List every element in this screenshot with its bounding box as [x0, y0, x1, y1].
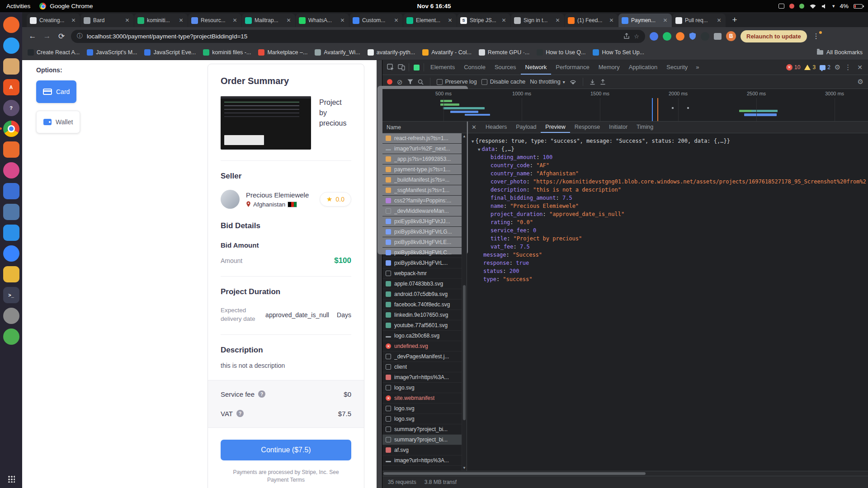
tray-screen-icon[interactable] — [778, 4, 784, 9]
tab-close-icon[interactable]: ✕ — [447, 17, 453, 23]
preview-line[interactable]: country_name: "Afghanistan" — [467, 169, 868, 178]
network-request-row[interactable]: payment-type.js?ts=1... — [382, 164, 467, 175]
browser-tab[interactable]: Custom...✕ — [349, 14, 403, 27]
clock[interactable]: Nov 6 16:45 — [417, 3, 451, 9]
bookmark-item[interactable]: JavaScript's M... — [87, 49, 137, 56]
preview-line[interactable]: description: "this is not a description" — [467, 186, 868, 194]
extension-cube-icon[interactable] — [411, 65, 422, 70]
profile-avatar[interactable]: B — [726, 31, 736, 41]
bookmark-item[interactable]: JavaScript Eve... — [144, 49, 196, 56]
detail-tab-response[interactable]: Response — [570, 122, 604, 133]
preview-line[interactable]: final_bidding_amount: 7.5 — [467, 194, 868, 202]
network-request-row[interactable]: client — [382, 362, 467, 372]
devtools-tab-sources[interactable]: Sources — [490, 60, 521, 75]
network-request-row[interactable]: css2?family=Poppins:... — [382, 196, 467, 206]
preview-line[interactable]: message: "Success" — [467, 251, 868, 259]
throttling-dropdown[interactable]: No throttling▾ — [530, 79, 565, 85]
shield-icon[interactable] — [689, 32, 696, 40]
preview-line[interactable]: type: "success" — [467, 275, 868, 283]
preview-line[interactable]: service_fee: 0 — [467, 226, 868, 235]
network-request-row[interactable]: _app.js?ts=16992853... — [382, 154, 467, 164]
browser-tab[interactable]: Creating...✕ — [27, 14, 80, 27]
reload-button[interactable]: ⟳ — [57, 32, 66, 41]
network-overview-timeline[interactable]: 500 ms1000 ms1500 ms2000 ms2500 ms3000 m… — [382, 89, 868, 122]
network-request-row[interactable]: webpack-hmr — [382, 268, 467, 279]
name-column-header[interactable]: Name — [382, 122, 467, 133]
tab-close-icon[interactable]: ✕ — [178, 17, 184, 23]
bookmark-item[interactable]: Remote GPU ·... — [479, 49, 529, 56]
bookmark-item[interactable]: Avatarify_Wi... — [315, 49, 360, 56]
tab-close-icon[interactable]: ✕ — [231, 17, 238, 23]
activities-button[interactable]: Activities — [6, 3, 30, 9]
network-request-row[interactable]: logo.svg — [382, 404, 467, 414]
detail-tab-payload[interactable]: Payload — [511, 122, 541, 133]
card-payment-button[interactable]: Card — [36, 80, 76, 103]
relaunch-to-update-button[interactable]: Relaunch to update — [741, 30, 807, 42]
bookmark-item[interactable]: avatarify-pyth... — [368, 49, 415, 56]
devtools-close-icon[interactable]: ✕ — [855, 64, 864, 71]
all-bookmarks-button[interactable]: All Bookmarks — [817, 49, 863, 56]
bookmark-item[interactable]: Marketplace –... — [258, 49, 307, 56]
continue-button[interactable]: Continue ($7.5) — [221, 440, 351, 460]
tab-close-icon[interactable]: ✕ — [716, 17, 722, 23]
network-request-row[interactable]: _buildManifest.js?ts=... — [382, 175, 467, 185]
dock-item-terminal[interactable]: >_ — [3, 287, 19, 303]
browser-tab[interactable]: Pull req...✕ — [672, 14, 726, 27]
ext-green-icon[interactable] — [663, 32, 671, 41]
network-horizontal-scrollbar[interactable] — [382, 471, 868, 476]
preview-line[interactable]: ▼data: {,…} — [467, 145, 868, 153]
scroll-up-icon[interactable]: ▲ — [462, 134, 467, 138]
ext-dark-icon[interactable] — [701, 32, 709, 41]
tab-close-icon[interactable]: ✕ — [393, 17, 400, 23]
detail-tab-timing[interactable]: Timing — [632, 122, 658, 133]
device-toolbar-icon[interactable] — [396, 64, 407, 70]
expand-arrow-icon[interactable]: ▼ — [472, 139, 474, 144]
show-applications-button[interactable] — [8, 475, 15, 483]
dock-item-help[interactable]: ? — [3, 100, 19, 116]
tab-close-icon[interactable]: ✕ — [554, 17, 561, 23]
preview-line[interactable]: bidding_amount: 100 — [467, 153, 868, 161]
network-request-row[interactable]: summary?project_bi... — [382, 424, 467, 435]
preview-line[interactable]: ▼{response: true, type: "success", messa… — [467, 137, 868, 145]
dock-item-system-monitor[interactable] — [3, 183, 19, 199]
browser-tab[interactable]: kominiti...✕ — [134, 14, 188, 27]
ext-orange-icon[interactable] — [676, 32, 684, 41]
expand-arrow-icon[interactable]: ▼ — [478, 147, 480, 152]
browser-tab[interactable]: WhatsA...✕ — [296, 14, 349, 27]
new-tab-button[interactable]: + — [728, 14, 741, 26]
tab-close-icon[interactable]: ✕ — [285, 17, 292, 23]
bookmark-item[interactable]: kominiti files -... — [203, 49, 251, 56]
network-request-row[interactable]: site.webmanifest — [382, 393, 467, 404]
browser-tab[interactable]: (1) Feed...✕ — [565, 14, 618, 27]
bookmark-item[interactable]: Create React A... — [28, 49, 80, 56]
preview-line[interactable]: country_code: "AF" — [467, 161, 868, 169]
detail-tab-headers[interactable]: Headers — [481, 122, 511, 133]
browser-menu-icon[interactable]: ⋮ — [811, 32, 821, 40]
dock-item-gimp[interactable] — [3, 308, 19, 324]
devtools-tab-memory[interactable]: Memory — [594, 60, 624, 75]
preview-line[interactable]: project_duration: "approved_date_is_null… — [467, 210, 868, 218]
scroll-down-icon[interactable]: ▼ — [462, 466, 467, 470]
tray-record-icon[interactable] — [789, 4, 794, 9]
preview-line[interactable]: response: true — [467, 259, 868, 267]
back-button[interactable]: ← — [28, 32, 38, 41]
dock-item-green-app[interactable] — [3, 328, 19, 345]
dock-item-text-editor[interactable] — [3, 266, 19, 282]
detail-tab-preview[interactable]: Preview — [541, 122, 570, 133]
dock-item-settings[interactable] — [3, 204, 19, 220]
issues-badge[interactable]: 2 — [820, 64, 830, 70]
browser-tab[interactable]: Bard✕ — [80, 14, 134, 27]
network-conditions-icon[interactable] — [570, 79, 576, 84]
preview-line[interactable]: rating: "0.0" — [467, 218, 868, 226]
detail-tab-initiator[interactable]: Initiator — [604, 122, 632, 133]
network-request-row[interactable]: pxiByp8kv8JHgFVrLE... — [382, 237, 467, 248]
dock-item-thunderbird[interactable] — [3, 38, 19, 54]
scrollbar-thumb[interactable] — [463, 285, 466, 420]
network-request-row[interactable]: undefined.svg — [382, 341, 467, 352]
share-icon[interactable] — [623, 33, 630, 39]
preview-line[interactable]: cover_photo: "https://kominitidevstgng01… — [467, 178, 868, 186]
bookmark-item[interactable]: How To Set Up... — [593, 49, 644, 56]
devtools-tab-security[interactable]: Security — [662, 60, 692, 75]
network-request-row[interactable]: logo.svg — [382, 383, 467, 393]
network-request-row[interactable]: summary?project_bi... — [382, 435, 467, 445]
